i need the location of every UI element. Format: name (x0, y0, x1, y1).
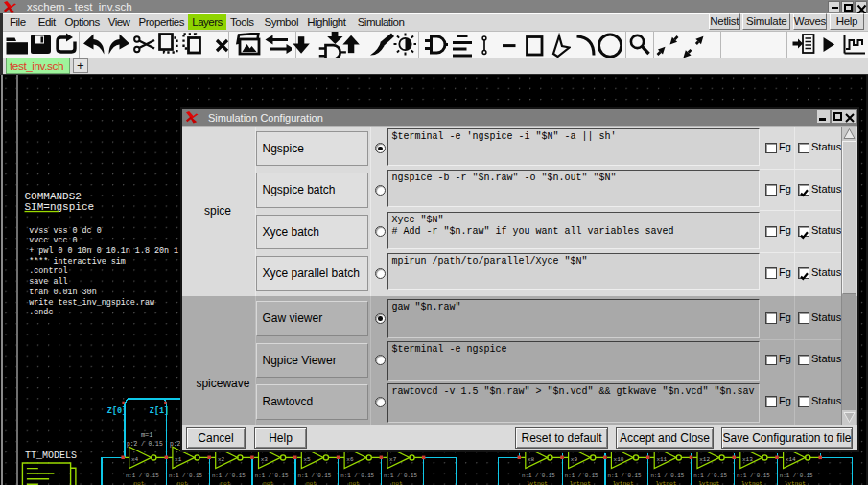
svg-text:n:1 / 0.15: n:1 / 0.15 (169, 473, 202, 479)
svg-text:+ pwl 0 0 10n 0 10.1n 1.8 20n: + pwl 0 0 10n 0 10.1n 1.8 20n 1 (29, 246, 178, 256)
svg-text:n:1 / 0.15: n:1 / 0.15 (522, 473, 555, 479)
svg-text:lvtnot: lvtnot (698, 480, 720, 485)
svg-text:x13: x13 (742, 456, 753, 463)
svg-text:write test_inv_ngspice.raw: write test_inv_ngspice.raw (29, 298, 154, 308)
svg-text:not: not (349, 480, 360, 485)
svg-text:COMMANDS2: COMMANDS2 (25, 191, 82, 202)
svg-text:not: not (306, 480, 317, 485)
svg-text:x9: x9 (571, 456, 578, 463)
svg-text:x11: x11 (656, 456, 667, 463)
svg-text:x14: x14 (786, 456, 796, 463)
svg-text:x1: x1 (175, 456, 182, 463)
svg-text:n:1 / 0.15: n:1 / 0.15 (693, 473, 727, 479)
svg-text:n:1 / 0.15: n:1 / 0.15 (565, 473, 598, 479)
svg-text:.control: .control (29, 266, 67, 276)
svg-text:lvtnot: lvtnot (612, 480, 634, 485)
svg-text:lvtnot: lvtnot (655, 480, 677, 485)
svg-text:vvcc vcc 0: vvcc vcc 0 (29, 236, 77, 245)
svg-text:TT_MODELS: TT_MODELS (25, 450, 77, 461)
svg-text:x3: x3 (261, 456, 269, 463)
svg-text:not: not (220, 480, 230, 485)
svg-text:x4: x4 (131, 456, 139, 463)
svg-text:.endc: .endc (29, 308, 53, 317)
svg-text:vvss vss 0 dc 0: vvss vss 0 dc 0 (29, 226, 101, 236)
svg-text:x6: x6 (346, 456, 354, 463)
svg-text:not: not (263, 480, 273, 485)
svg-text:x12: x12 (699, 456, 710, 463)
svg-text:save all: save all (29, 277, 67, 287)
svg-text:m=1: m=1 (141, 431, 153, 439)
svg-text:n:1 / 0.15: n:1 / 0.15 (126, 473, 159, 479)
svg-text:n:1 / 0.15: n:1 / 0.15 (650, 473, 684, 479)
svg-text:n:1 / 0.15: n:1 / 0.15 (255, 473, 289, 479)
svg-text:lvtnot: lvtnot (741, 480, 763, 485)
svg-text:not: not (177, 480, 188, 485)
svg-text:lvtnot: lvtnot (785, 480, 807, 485)
svg-text:n:1 / 0.15: n:1 / 0.15 (780, 473, 813, 479)
svg-text:**** interactive sim: **** interactive sim (29, 257, 126, 266)
svg-text:Z[0]: Z[0] (107, 406, 127, 416)
svg-text:n:1 / 0.15: n:1 / 0.15 (608, 473, 642, 479)
svg-text:Z[1]: Z[1] (150, 406, 169, 416)
svg-text:x5: x5 (304, 456, 312, 463)
svg-text:not: not (133, 480, 144, 485)
svg-text:not: not (392, 480, 403, 485)
svg-text:lvtnot: lvtnot (570, 480, 592, 485)
svg-text:p:2 / 0.15: p:2 / 0.15 (127, 441, 163, 448)
svg-text:n:1 / 0.15: n:1 / 0.15 (737, 473, 770, 479)
svg-text:n:1 / 0.15: n:1 / 0.15 (298, 473, 332, 479)
svg-text:n:1 / 0.15: n:1 / 0.15 (384, 473, 417, 479)
svg-text:x7: x7 (389, 456, 397, 463)
svg-text:x2: x2 (218, 456, 225, 463)
svg-text:x8: x8 (528, 456, 535, 463)
svg-text:n:1 / 0.15: n:1 / 0.15 (340, 473, 374, 479)
svg-text:n:1 / 0.15: n:1 / 0.15 (212, 473, 246, 479)
svg-text:x10: x10 (614, 456, 624, 463)
svg-text:lvtnot: lvtnot (527, 480, 549, 485)
svg-text:tran 0.01n 30n: tran 0.01n 30n (29, 288, 96, 297)
